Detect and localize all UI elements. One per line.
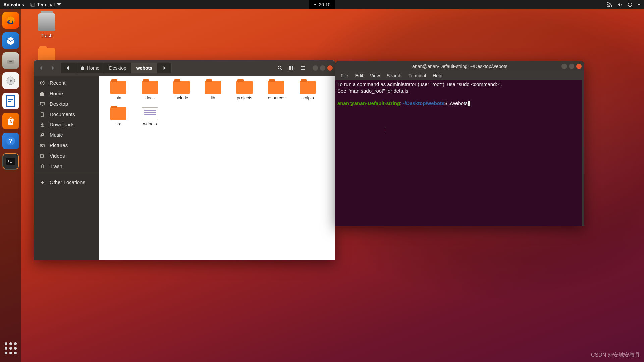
sidebar-item-label: Home — [50, 90, 63, 96]
file-item-projects[interactable]: projects — [229, 80, 260, 107]
svg-rect-20 — [292, 68, 293, 70]
svg-rect-22 — [40, 102, 44, 105]
terminal-body[interactable]: To run a command as administrator (user … — [335, 80, 584, 226]
shopping-bag-icon: A — [6, 116, 16, 126]
sidebar-item-desktop[interactable]: Desktop — [34, 99, 99, 109]
file-item-scripts[interactable]: scripts — [292, 80, 323, 107]
sidebar-item-label: Documents — [50, 111, 75, 117]
sidebar-item-label: Desktop — [50, 101, 68, 107]
close-button[interactable] — [327, 65, 333, 71]
folder-icon — [110, 81, 126, 94]
svg-rect-15 — [6, 158, 15, 165]
file-item-src[interactable]: src — [103, 107, 134, 133]
terminal-title-bar[interactable]: anan@anan-Default-string: ~/Desktop/webo… — [335, 61, 584, 71]
dock-help[interactable]: ? — [2, 133, 19, 149]
dock-terminal[interactable] — [2, 153, 19, 170]
menu-file[interactable]: File — [337, 72, 352, 79]
file-item-include[interactable]: include — [166, 80, 197, 107]
dock-software[interactable]: A — [2, 113, 19, 129]
terminal-output-line: See "man sudo_root" for details. — [337, 88, 410, 94]
activities-button[interactable]: Activities — [3, 2, 24, 7]
svg-rect-18 — [292, 66, 293, 68]
file-icon — [142, 107, 158, 120]
file-item-label: docs — [134, 95, 166, 100]
path-back-button[interactable] — [61, 63, 75, 73]
sidebar-item-downloads[interactable]: Downloads — [34, 119, 99, 130]
svg-rect-11 — [8, 101, 11, 102]
folder-icon — [110, 107, 126, 120]
path-webots[interactable]: webots — [131, 63, 157, 73]
menu-view[interactable]: View — [367, 72, 383, 79]
dock-writer[interactable] — [2, 93, 19, 109]
sidebar-item-trash[interactable]: Trash — [34, 161, 99, 171]
sidebar-item-other-locations[interactable]: Other Locations — [34, 177, 99, 187]
terminal-menu-bar: File Edit View Search Terminal Help — [335, 71, 584, 80]
view-toggle-button[interactable] — [286, 63, 297, 73]
chevron-down-icon — [313, 4, 317, 6]
document-icon — [40, 112, 45, 117]
maximize-button[interactable] — [320, 65, 325, 71]
sidebar-item-recent[interactable]: Recent — [34, 78, 99, 88]
hamburger-button[interactable] — [298, 63, 308, 73]
sidebar-item-label: Pictures — [50, 142, 68, 148]
path-forward-button[interactable] — [157, 63, 172, 73]
desktop-trash-icon[interactable]: Trash — [32, 13, 61, 38]
dock-thunderbird[interactable] — [2, 32, 19, 49]
close-button[interactable] — [576, 64, 582, 69]
grid-icon — [289, 65, 294, 71]
hamburger-icon — [300, 65, 306, 71]
sidebar-item-pictures[interactable]: Pictures — [34, 140, 99, 150]
terminal-window: anan@anan-Default-string: ~/Desktop/webo… — [335, 61, 584, 226]
svg-rect-17 — [289, 66, 291, 68]
prompt-path: ~/Desktop/webots — [401, 100, 444, 106]
back-button[interactable] — [36, 63, 46, 73]
sidebar-item-videos[interactable]: Videos — [34, 150, 99, 161]
document-icon — [6, 95, 16, 107]
path-seg-label: webots — [136, 65, 152, 71]
volume-icon[interactable] — [617, 2, 623, 7]
menu-terminal[interactable]: Terminal — [405, 72, 429, 79]
file-item-bin[interactable]: bin — [103, 80, 134, 107]
top-bar: Activities Terminal 20:10 — [0, 0, 644, 9]
disc-icon — [6, 76, 16, 86]
sidebar-item-music[interactable]: Music — [34, 130, 99, 140]
video-icon — [40, 153, 45, 159]
menu-search[interactable]: Search — [383, 72, 405, 79]
minimize-button[interactable] — [313, 65, 318, 71]
app-menu[interactable]: Terminal — [30, 2, 61, 7]
file-item-resources[interactable]: resources — [260, 80, 292, 107]
clock[interactable]: 20:10 — [309, 0, 335, 9]
sidebar-item-documents[interactable]: Documents — [34, 109, 99, 119]
files-sidebar: Recent Home Desktop Documents Downloads … — [34, 76, 99, 260]
network-icon[interactable] — [607, 2, 612, 7]
path-seg-label: Desktop — [109, 65, 126, 71]
triangle-left-icon — [66, 66, 70, 70]
folder-icon — [268, 81, 284, 94]
minimize-button[interactable] — [561, 64, 567, 69]
maximize-button[interactable] — [569, 64, 574, 69]
path-bar: Home Desktop webots — [61, 63, 172, 73]
files-content-area[interactable]: bindocsincludelibprojectsresourcesscript… — [99, 76, 335, 260]
dock-firefox[interactable] — [2, 12, 19, 29]
sidebar-item-home[interactable]: Home — [34, 88, 99, 99]
forward-button[interactable] — [48, 63, 58, 73]
file-item-docs[interactable]: docs — [134, 80, 166, 107]
prompt-dollar: $ — [444, 100, 449, 106]
search-button[interactable] — [275, 63, 285, 73]
prompt-user: anan@anan-Default-string — [337, 100, 400, 106]
file-item-lib[interactable]: lib — [197, 80, 229, 107]
file-item-label: resources — [260, 95, 292, 100]
menu-help[interactable]: Help — [429, 72, 446, 79]
menu-edit[interactable]: Edit — [352, 72, 367, 79]
file-item-webots[interactable]: webots — [134, 107, 166, 133]
show-applications-button[interactable] — [2, 340, 19, 357]
files-window: Home Desktop webots Recent Home Desktop … — [34, 60, 335, 260]
power-icon[interactable] — [627, 2, 633, 7]
dock-rhythmbox[interactable] — [2, 72, 19, 89]
path-desktop[interactable]: Desktop — [104, 63, 131, 73]
folder-icon — [300, 81, 316, 94]
svg-point-7 — [10, 80, 12, 82]
home-icon — [40, 91, 45, 96]
dock-files[interactable] — [2, 52, 19, 69]
path-home[interactable]: Home — [75, 63, 104, 73]
